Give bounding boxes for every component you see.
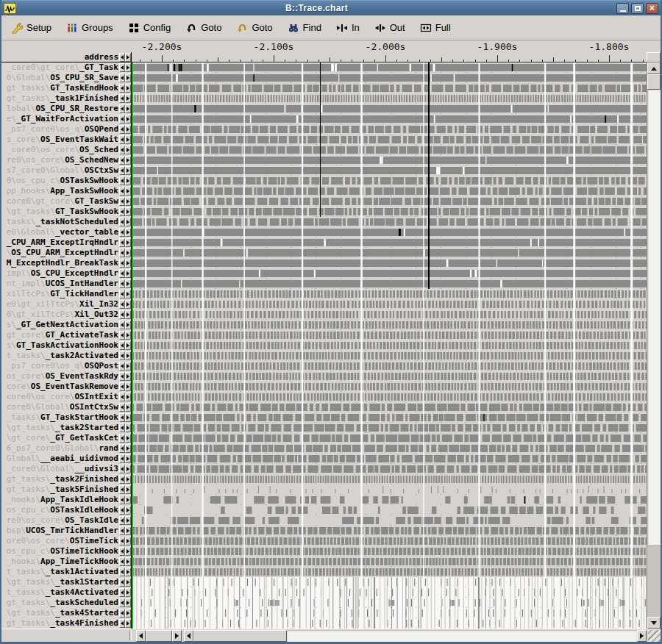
row-grow-button[interactable] [125,382,131,391]
row-shrink-button[interactable] [119,94,125,103]
row-shrink-button[interactable] [119,372,125,381]
row-shrink-button[interactable] [119,434,125,443]
trace-row[interactable]: e\_GT_WaitForActivation [1,114,131,124]
row-shrink-button[interactable] [119,187,125,196]
row-shrink-button[interactable] [119,238,125,247]
row-grow-button[interactable] [125,495,131,504]
row-grow-button[interactable] [125,74,131,82]
row-grow-button[interactable] [125,331,131,340]
maximize-button[interactable] [631,3,644,14]
trace-row[interactable]: \gt_tasks\_task1Started [1,577,131,587]
row-grow-button[interactable] [125,187,131,196]
trace-row[interactable]: _ps7_core0\os_q\OSQPend [1,124,131,135]
scroll-down-button[interactable] [647,617,661,629]
trace-row[interactable]: core\OS_EventTaskRemove [1,382,131,392]
trace-row[interactable]: ore0\os_core\OSTimeTick [1,536,131,546]
trace-row[interactable]: 6_ps7_core0\Global\rand [1,443,131,454]
row-grow-button[interactable] [125,465,131,473]
row-shrink-button[interactable] [119,568,125,576]
names-scroll-thumb[interactable] [146,630,172,642]
row-grow-button[interactable] [125,259,131,268]
row-shrink-button[interactable] [119,146,125,154]
row-shrink-button[interactable] [119,115,125,124]
row-shrink-button[interactable] [119,619,125,628]
row-grow-button[interactable] [125,609,131,618]
row-grow-button[interactable] [125,135,131,144]
trace-row[interactable]: _hooks\App_TaskIdleHook [1,495,131,505]
row-shrink-button[interactable] [119,588,125,597]
row-grow-button[interactable] [125,341,131,350]
row-grow-button[interactable] [125,475,131,484]
trace-row[interactable]: t_tasks\_task2Activated [1,351,131,361]
names-scrollbar[interactable] [136,630,182,642]
row-shrink-button[interactable] [119,197,125,206]
trace-row[interactable]: t_tasks\_task4Activated [1,587,131,598]
trace-row[interactable]: 0\gt_xilTtcPs\Xil_Out32 [1,310,131,320]
vertical-scroll-track[interactable] [647,90,661,545]
zoom-full-button[interactable]: Full [415,19,456,37]
row-shrink-button[interactable] [119,135,125,144]
row-grow-button[interactable] [125,547,131,556]
goto-secondary-button[interactable]: Goto [231,19,277,37]
row-grow-button[interactable] [125,146,131,154]
row-shrink-button[interactable] [119,423,125,432]
trace-row[interactable]: gt_tasks\_task4Finished [1,618,131,629]
row-shrink-button[interactable] [119,475,125,484]
row-shrink-button[interactable] [119,279,125,288]
time-scroll-right-button[interactable] [637,630,647,642]
trace-row[interactable]: _core0\gt_core\_GT_Task [1,62,131,73]
row-grow-button[interactable] [125,516,131,525]
row-grow-button[interactable] [125,598,131,607]
titlebar[interactable]: B::Trace.chart × [1,0,661,15]
trace-row[interactable]: _ps7_core0\os_q\OSQPost [1,361,131,371]
row-grow-button[interactable] [125,619,131,628]
row-shrink-button[interactable] [119,598,125,607]
trace-row[interactable]: gt_tasks\GT_TaskEndHook [1,83,131,93]
row-grow-button[interactable] [125,176,131,185]
time-scroll-thumb[interactable] [193,630,287,642]
trace-chart-canvas[interactable] [132,62,647,629]
row-grow-button[interactable] [125,413,131,422]
row-shrink-button[interactable] [119,351,125,360]
row-grow-button[interactable] [125,290,131,298]
row-grow-button[interactable] [125,423,131,432]
row-shrink-button[interactable] [119,331,125,340]
row-shrink-button[interactable] [119,269,125,278]
row-grow-button[interactable] [125,207,131,216]
scroll-up-button[interactable] [647,62,661,74]
row-shrink-button[interactable] [119,228,125,237]
trace-row[interactable]: s_core\OS_EventTaskWait [1,135,131,145]
trace-row[interactable]: re0\os_core\OS_SchedNew [1,155,131,165]
trace-row[interactable]: \gt_tasks\_task4Started [1,608,131,618]
trace-row[interactable]: gt_tasks\_task1Finished [1,93,131,104]
row-grow-button[interactable] [125,238,131,247]
names-scroll-left-button[interactable] [136,630,146,642]
row-shrink-button[interactable] [119,393,125,401]
row-shrink-button[interactable] [119,84,125,93]
row-shrink-button[interactable] [119,125,125,134]
row-shrink-button[interactable] [119,156,125,165]
names-scroll-right-button[interactable] [172,630,182,642]
row-shrink-button[interactable] [119,516,125,525]
row-shrink-button[interactable] [119,300,125,309]
trace-row[interactable]: impl\OS_CPU_ExceptHndlr [1,268,131,279]
trace-row[interactable]: re0\os_core\OS_TaskIdle [1,515,131,526]
row-grow-button[interactable] [125,248,131,257]
trace-row[interactable]: s\_GT_GetNextActivation [1,320,131,330]
setup-button[interactable]: Setup [6,19,57,37]
trace-row[interactable]: s7_core0\Global\OSCtxSw [1,165,131,176]
row-grow-button[interactable] [125,351,131,360]
trace-row[interactable]: e0\gt_xilTtcPs\Xil_In32 [1,299,131,310]
row-grow-button[interactable] [125,166,131,175]
groups-button[interactable]: Groups [61,19,118,37]
trace-row[interactable]: s\GT_TaskActivationHook [1,340,131,351]
row-grow-button[interactable] [125,115,131,124]
row-grow-button[interactable] [125,310,131,319]
row-grow-button[interactable] [125,588,131,597]
row-shrink-button[interactable] [119,74,125,82]
row-grow-button[interactable] [125,218,131,226]
trace-row[interactable]: lobal\OS_CPU_SR_Restore [1,104,131,114]
time-scrollbar[interactable] [184,630,647,642]
row-grow-button[interactable] [125,578,131,587]
trace-row[interactable]: e0\Global\_vector_table [1,227,131,237]
